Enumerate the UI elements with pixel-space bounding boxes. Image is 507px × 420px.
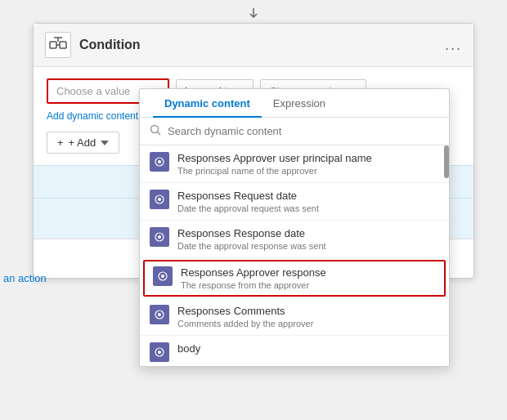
top-connector-arrow bbox=[0, 0, 507, 23]
item-desc: The principal name of the approver bbox=[177, 166, 372, 176]
item-title: body bbox=[177, 342, 200, 355]
tab-dynamic-content[interactable]: Dynamic content bbox=[153, 89, 262, 118]
svg-point-9 bbox=[158, 160, 161, 163]
item-desc: Comments added by the approver bbox=[177, 319, 313, 328]
search-icon bbox=[150, 124, 161, 138]
svg-point-6 bbox=[151, 126, 159, 133]
svg-rect-0 bbox=[50, 42, 56, 48]
dropdown-list: Responses Approver user principal name T… bbox=[140, 145, 449, 366]
list-item[interactable]: Responses Response date Date the approva… bbox=[140, 221, 449, 258]
svg-point-17 bbox=[158, 313, 161, 316]
item-title: Responses Approver user principal name bbox=[177, 152, 372, 164]
add-label: + Add bbox=[69, 136, 96, 149]
item-desc: Date the approval response was sent bbox=[177, 241, 326, 251]
item-desc: Date the approval request was sent bbox=[177, 203, 319, 213]
item-title: Responses Response date bbox=[177, 227, 326, 239]
dynamic-link-label: Add dynamic content bbox=[47, 110, 138, 122]
search-input[interactable] bbox=[168, 125, 439, 137]
item-icon bbox=[150, 152, 169, 172]
search-box bbox=[140, 118, 449, 145]
svg-point-15 bbox=[161, 275, 164, 278]
svg-point-11 bbox=[158, 198, 161, 201]
svg-rect-1 bbox=[60, 42, 66, 48]
add-icon: + bbox=[57, 136, 64, 149]
dropdown-tabs: Dynamic content Expression bbox=[140, 89, 449, 118]
dynamic-content-dropdown: Dynamic content Expression Responses A bbox=[139, 88, 450, 367]
list-item[interactable]: body bbox=[140, 336, 449, 366]
svg-point-13 bbox=[158, 235, 161, 239]
add-button[interactable]: + + Add bbox=[47, 132, 119, 154]
item-title: Responses Approver response bbox=[181, 266, 326, 279]
item-icon bbox=[150, 190, 169, 209]
list-item[interactable]: Responses Approver user principal name T… bbox=[140, 145, 449, 183]
list-item-highlighted[interactable]: Responses Approver response The response… bbox=[143, 260, 446, 297]
list-item[interactable]: Responses Request date Date the approval… bbox=[140, 183, 449, 221]
card-header: Condition ... bbox=[34, 24, 473, 67]
list-item[interactable]: Responses Comments Comments added by the… bbox=[140, 298, 449, 336]
condition-icon bbox=[45, 32, 71, 58]
item-title: Responses Comments bbox=[177, 305, 313, 317]
action-text[interactable]: an action bbox=[0, 272, 50, 284]
card-menu-button[interactable]: ... bbox=[445, 37, 462, 54]
item-icon bbox=[150, 305, 169, 324]
svg-line-7 bbox=[158, 132, 161, 136]
item-icon bbox=[150, 227, 169, 247]
item-desc: The response from the approver bbox=[181, 280, 326, 290]
tab-expression[interactable]: Expression bbox=[262, 89, 337, 118]
item-icon bbox=[150, 342, 169, 362]
card-title: Condition bbox=[79, 38, 437, 52]
svg-point-19 bbox=[158, 351, 161, 354]
scrollbar[interactable] bbox=[444, 145, 449, 178]
item-icon bbox=[153, 266, 173, 286]
item-title: Responses Request date bbox=[177, 190, 319, 202]
